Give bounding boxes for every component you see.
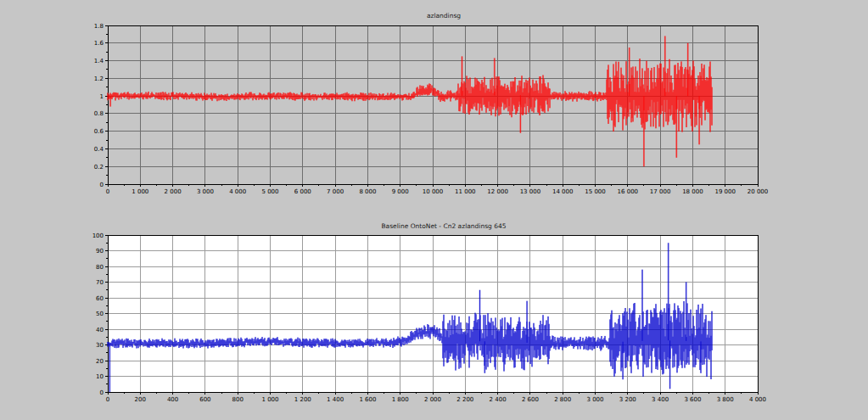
- y-tick-label: 70: [96, 279, 104, 286]
- y-tick-label: 90: [96, 248, 104, 255]
- top-chart: 01 0002 0003 0004 0005 0006 0007 0008 00…: [94, 23, 768, 196]
- x-tick-label: 11 000: [455, 188, 476, 195]
- x-tick-label: 8 000: [359, 188, 376, 195]
- y-tick-label: 0: [100, 182, 104, 188]
- x-tick-label: 4 000: [749, 396, 766, 403]
- x-tick-label: 3 800: [717, 396, 734, 403]
- x-tick-label: 4 000: [229, 188, 246, 195]
- x-tick-label: 2 200: [456, 396, 473, 403]
- x-tick-label: 800: [232, 396, 244, 403]
- x-tick-label: 19 000: [714, 188, 736, 195]
- x-tick-label: 1 000: [261, 396, 278, 403]
- x-tick-label: 2 400: [490, 396, 507, 403]
- x-tick-label: 2 000: [165, 188, 182, 195]
- x-tick-label: 3 000: [586, 396, 603, 403]
- x-tick-label: 600: [199, 396, 210, 403]
- x-tick-label: 200: [135, 396, 146, 403]
- y-tick-label: 20: [96, 358, 104, 365]
- x-tick-label: 400: [167, 396, 178, 403]
- x-tick-label: 3 600: [684, 396, 701, 403]
- x-tick-label: 5 000: [261, 188, 278, 195]
- y-tick-label: 1.2: [94, 76, 104, 82]
- y-tick-label: 1.6: [94, 40, 104, 47]
- y-tick-label: 100: [92, 232, 104, 239]
- y-tick-label: 10: [96, 373, 104, 380]
- x-tick-label: 1 400: [327, 396, 344, 403]
- x-tick-label: 14 000: [552, 188, 574, 195]
- x-tick-label: 1 000: [132, 188, 148, 195]
- x-tick-label: 0: [106, 188, 109, 195]
- x-tick-label: 15 000: [585, 188, 606, 195]
- x-tick-label: 16 000: [618, 188, 639, 195]
- y-tick-label: 0.4: [94, 146, 104, 153]
- x-tick-label: 18 000: [682, 188, 703, 195]
- y-tick-label: 40: [96, 327, 104, 333]
- x-tick-label: 7 000: [327, 188, 344, 195]
- x-tick-label: 2 600: [522, 396, 539, 403]
- x-tick-label: 1 800: [392, 396, 409, 403]
- x-tick-label: 0: [106, 396, 109, 403]
- x-tick-label: 12 000: [487, 188, 508, 195]
- x-tick-label: 3 000: [197, 188, 214, 195]
- x-tick-label: 3 400: [652, 396, 669, 403]
- x-tick-label: 9 000: [392, 188, 409, 195]
- x-tick-label: 20 000: [748, 188, 769, 195]
- y-tick-label: 60: [96, 295, 104, 302]
- top-chart-title: azlandinsg: [427, 12, 461, 20]
- x-tick-label: 13 000: [520, 188, 541, 195]
- figure-canvas: 01 0002 0003 0004 0005 0006 0007 0008 00…: [0, 0, 868, 420]
- y-tick-label: 1: [100, 93, 104, 100]
- y-tick-label: 50: [96, 311, 104, 317]
- y-tick-label: 0: [100, 389, 104, 396]
- y-tick-label: 1.8: [94, 23, 104, 30]
- x-tick-label: 3 200: [619, 396, 636, 403]
- y-tick-label: 0.6: [94, 128, 104, 135]
- x-tick-label: 17 000: [650, 188, 671, 195]
- x-tick-label: 10 000: [423, 188, 444, 195]
- y-tick-label: 0.8: [94, 110, 104, 117]
- x-tick-label: 1 200: [294, 396, 311, 403]
- y-tick-label: 30: [96, 342, 104, 349]
- y-tick-label: 1.4: [94, 58, 104, 64]
- x-tick-label: 2 000: [424, 396, 441, 403]
- x-tick-label: 2 800: [554, 396, 571, 403]
- y-tick-label: 0.2: [94, 164, 104, 171]
- x-tick-label: 1 600: [359, 396, 376, 403]
- y-tick-label: 80: [96, 264, 104, 271]
- figure-window: 01 0002 0003 0004 0005 0006 0007 0008 00…: [0, 0, 868, 420]
- bottom-chart: 02004006008001 0001 2001 4001 6001 8002 …: [92, 232, 766, 404]
- signal-trace: [108, 36, 712, 167]
- bottom-chart-title: Baseline OntoNet - Cn2 azlandinsg 645: [381, 222, 506, 230]
- x-tick-label: 6 000: [294, 188, 311, 195]
